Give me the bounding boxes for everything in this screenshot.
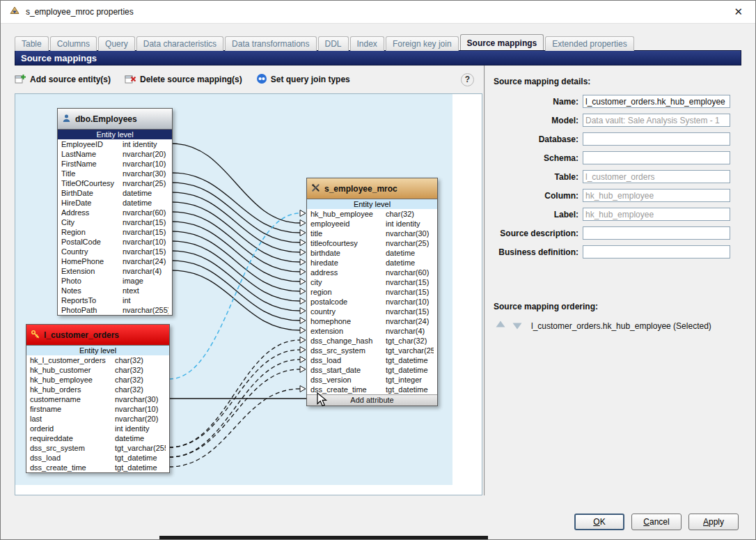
set-query-join-types-button[interactable]: Set query join types	[256, 73, 350, 86]
help-icon[interactable]: ?	[461, 73, 474, 86]
column-row-title[interactable]: titlenvarchar(30)	[307, 229, 437, 238]
tab-ddl[interactable]: DDL	[318, 36, 349, 51]
column-row-Photo[interactable]: Photoimage	[58, 276, 172, 286]
column-row-EmployeeID[interactable]: EmployeeIDint identity	[58, 139, 172, 149]
column-name: Notes	[61, 286, 123, 295]
column-row-Address[interactable]: Addressnvarchar(60)	[58, 208, 172, 217]
database-input[interactable]	[583, 132, 730, 146]
column-row-hk_hub_employee[interactable]: hk_hub_employeechar(32)	[307, 209, 437, 219]
tab-extended-properties[interactable]: Extended properties	[545, 36, 633, 51]
column-row-homephone[interactable]: homephonenvarchar(24)	[307, 316, 437, 326]
column-row-hk_l_customer_orders[interactable]: hk_l_customer_orderschar(32)	[26, 355, 169, 365]
column-row-ReportsTo[interactable]: ReportsToint	[58, 295, 172, 305]
source_description-input[interactable]	[583, 226, 730, 240]
entity-header[interactable]: s_employee_mroc	[307, 178, 437, 199]
move-up-button[interactable]	[494, 320, 507, 332]
column-row-dss_create_time[interactable]: dss_create_timetgt_datetime	[26, 463, 169, 472]
entity-mroc[interactable]: s_employee_mrocEntity levelhk_hub_employ…	[306, 178, 438, 406]
column-row-Title[interactable]: Titlenvarchar(30)	[58, 169, 172, 178]
table-label: Table:	[494, 172, 583, 182]
column-type: nvarchar(15)	[123, 217, 168, 227]
column-row-PostalCode[interactable]: PostalCodenvarchar(10)	[58, 237, 172, 247]
column-row-hk_hub_customer[interactable]: hk_hub_customerchar(32)	[26, 365, 169, 375]
tab-table[interactable]: Table	[15, 36, 49, 51]
column-row-HireDate[interactable]: HireDatedatetime	[58, 198, 172, 208]
column-row-hk_hub_orders[interactable]: hk_hub_orderschar(32)	[26, 385, 169, 394]
tab-data-transformations[interactable]: Data transformations	[225, 36, 316, 51]
ok-button[interactable]: OK	[574, 514, 624, 530]
column-name: postalcode	[310, 297, 386, 307]
column-row-last[interactable]: lastnvarchar(20)	[26, 414, 169, 424]
tab-index[interactable]: Index	[350, 36, 384, 51]
business_definition-input[interactable]	[583, 245, 730, 259]
column-row-dss_src_system[interactable]: dss_src_systemtgt_varchar(255)	[26, 443, 169, 453]
source_description-label: Source description:	[494, 229, 583, 238]
column-name: titleofcourtesy	[310, 238, 386, 248]
column-type: char(32)	[115, 385, 166, 394]
column-row-birthdate[interactable]: birthdatedatetime	[307, 248, 437, 258]
entity-customer[interactable]: l_customer_ordersEntity levelhk_l_custom…	[26, 324, 170, 473]
mapping-diagram-canvas[interactable]: dbo.EmployeesEntity levelEmployeeIDint i…	[15, 93, 482, 495]
column-type: tgt_varchar(255)	[386, 346, 434, 355]
column-row-Region[interactable]: Regionnvarchar(15)	[58, 227, 172, 237]
column-row-firstname[interactable]: firstnamenvarchar(10)	[26, 404, 169, 414]
tab-query[interactable]: Query	[98, 36, 135, 51]
column-row-dss_load[interactable]: dss_loadtgt_datetime	[26, 453, 169, 463]
entity-header[interactable]: dbo.Employees	[58, 109, 172, 130]
column-row-Notes[interactable]: Notesntext	[58, 286, 172, 295]
tab-foreign-key-join[interactable]: Foreign key join	[386, 36, 459, 51]
mapping-wire-0[interactable]	[172, 144, 300, 223]
column-row-BirthDate[interactable]: BirthDatedatetime	[58, 188, 172, 198]
column-row-city[interactable]: citynvarchar(15)	[307, 277, 437, 287]
column-name: Photo	[61, 276, 123, 286]
column-type: nvarchar(4)	[123, 266, 168, 276]
column-row-LastName[interactable]: LastNamenvarchar(20)	[58, 149, 172, 159]
column-row-Extension[interactable]: Extensionnvarchar(4)	[58, 266, 172, 276]
column-row-dss_version[interactable]: dss_versiontgt_integer	[307, 375, 437, 385]
mapping-wire-16[interactable]	[169, 369, 300, 457]
move-down-button[interactable]	[510, 320, 524, 332]
column-type: char(32)	[115, 365, 166, 375]
column-type: tgt_integer	[386, 375, 434, 385]
column-type: datetime	[386, 248, 434, 258]
column-row-Country[interactable]: Countrynvarchar(15)	[58, 247, 172, 256]
mapping-wire-15[interactable]	[169, 360, 300, 457]
column-row-titleofcourtesy[interactable]: titleofcourtesynvarchar(25)	[307, 238, 437, 248]
column-type: nvarchar(255)	[123, 305, 168, 315]
add-source-entity-button[interactable]: Add source entity(s)	[15, 73, 111, 86]
cancel-button[interactable]: Cancel	[631, 514, 682, 530]
column-row-HomePhone[interactable]: HomePhonenvarchar(24)	[58, 256, 172, 266]
close-icon[interactable]: ✕	[730, 4, 747, 20]
mapping-wire-13[interactable]	[169, 340, 300, 447]
apply-button[interactable]: Apply	[688, 514, 739, 530]
schema-input[interactable]	[583, 151, 730, 164]
column-row-postalcode[interactable]: postalcodenvarchar(10)	[307, 297, 437, 307]
column-row-requireddate[interactable]: requireddatedatetime	[26, 433, 169, 443]
mapping-wire-17[interactable]	[169, 389, 300, 467]
column-row-FirstName[interactable]: FirstNamenvarchar(10)	[58, 159, 172, 169]
column-row-dss_start_date[interactable]: dss_start_datetgt_datetime	[307, 365, 437, 375]
delete-source-mapping-button[interactable]: Delete source mapping(s)	[125, 73, 242, 86]
column-row-dss_src_system[interactable]: dss_src_systemtgt_varchar(255)	[307, 346, 437, 355]
tab-columns[interactable]: Columns	[50, 36, 97, 51]
column-row-PhotoPath[interactable]: PhotoPathnvarchar(255)	[58, 305, 172, 315]
column-row-dss_change_hash[interactable]: dss_change_hashtgt_char(32)	[307, 336, 437, 346]
name-input[interactable]	[583, 95, 730, 108]
entity-employees[interactable]: dbo.EmployeesEntity levelEmployeeIDint i…	[57, 108, 173, 316]
tab-source-mappings[interactable]: Source mappings	[460, 34, 544, 50]
column-row-dss_load[interactable]: dss_loadtgt_datetime	[307, 355, 437, 365]
column-row-region[interactable]: regionnvarchar(15)	[307, 287, 437, 297]
column-row-hk_hub_employee[interactable]: hk_hub_employeechar(32)	[26, 375, 169, 385]
tab-data-characteristics[interactable]: Data characteristics	[136, 36, 223, 51]
column-row-City[interactable]: Citynvarchar(15)	[58, 217, 172, 227]
column-row-TitleOfCourtesy[interactable]: TitleOfCourtesynvarchar(25)	[58, 178, 172, 188]
column-row-orderid[interactable]: orderidint identity	[26, 424, 169, 433]
column-row-employeeid[interactable]: employeeidint identity	[307, 219, 437, 229]
column-row-customername[interactable]: customernamenvarchar(30)	[26, 394, 169, 404]
column-row-extension[interactable]: extensionnvarchar(4)	[307, 326, 437, 336]
entity-header[interactable]: l_customer_orders	[26, 325, 169, 346]
column-row-hiredate[interactable]: hiredatedatetime	[307, 258, 437, 268]
column-row-address[interactable]: addressnvarchar(60)	[307, 268, 437, 277]
column-row-country[interactable]: countrynvarchar(15)	[307, 307, 437, 316]
ordering-item[interactable]: l_customer_orders.hk_hub_employee (Selec…	[531, 321, 711, 331]
